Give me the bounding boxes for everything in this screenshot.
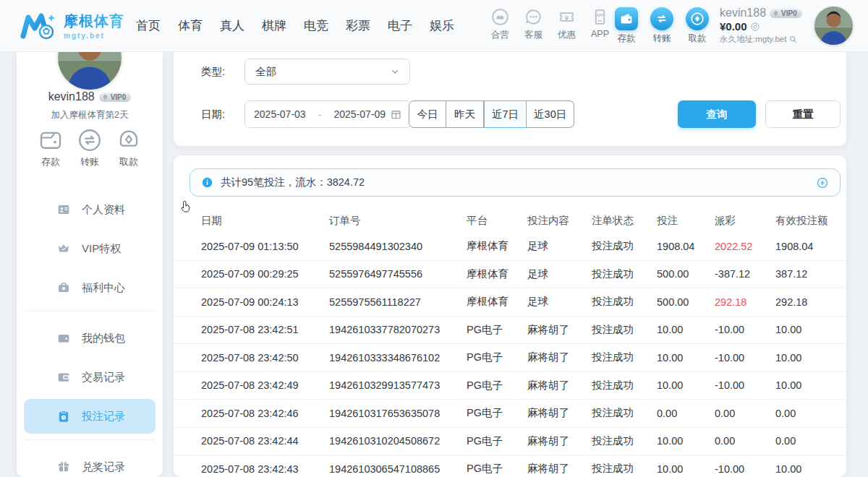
- transfer-icon: [653, 10, 671, 27]
- svg-text:¥: ¥: [565, 14, 569, 22]
- cell-platform: 摩根体育: [467, 295, 527, 309]
- cell-date: 2025-07-09 00:29:25: [201, 268, 329, 280]
- cell-valid-bet: 0.00: [775, 435, 836, 447]
- nav-item-esports[interactable]: 电竞: [304, 17, 328, 34]
- utility-partner[interactable]: 合营: [486, 7, 514, 41]
- cell-platform: PG电子: [467, 434, 527, 448]
- diamond-icon: [772, 9, 780, 17]
- sidebar-item-redeem-records[interactable]: 兑奖记录: [24, 450, 156, 477]
- sidebar-item-profile[interactable]: 个人资料: [24, 192, 156, 227]
- menu-divider: [25, 311, 154, 311]
- cell-date: 2025-07-08 23:42:46: [201, 408, 329, 419]
- date-range-input[interactable]: 2025-07-03 - 2025-07-09: [244, 100, 412, 128]
- cell-order-number: 5255984491302340: [329, 241, 467, 252]
- cell-payout: 0.00: [715, 435, 775, 447]
- type-select-value: 全部: [255, 65, 389, 79]
- brand-name: 摩根体育: [64, 12, 124, 31]
- summary-bar: 共计95笔投注，流水：3824.72: [190, 168, 841, 197]
- cell-order-number: 1942610317653635078: [329, 408, 467, 419]
- table-row[interactable]: 2025-07-09 01:13:50 5255984491302340 摩根体…: [174, 233, 846, 261]
- cell-order-number: 1942610329913577473: [329, 379, 467, 391]
- nav-item-live[interactable]: 真人: [220, 17, 244, 34]
- nav-item-slots[interactable]: 电子: [388, 17, 412, 34]
- date-from: 2025-07-03: [254, 108, 306, 120]
- range-last-30-days[interactable]: 近30日: [527, 100, 574, 128]
- sidebar-quick-actions: 存款转账取款: [34, 126, 145, 168]
- search-small-icon[interactable]: [788, 35, 798, 44]
- permanent-address: 永久地址:mgty.bet: [720, 34, 786, 45]
- table-header: 日期订单号平台投注内容注单状态投注派彩有效投注额: [174, 208, 846, 233]
- utility-support[interactable]: 客服: [519, 7, 548, 41]
- summary-text: 共计95笔投注，流水：3824.72: [221, 176, 809, 189]
- rewards-icon: [56, 460, 71, 474]
- table-row[interactable]: 2025-07-09 00:29:25 5255976497745556 摩根体…: [174, 261, 846, 289]
- brand-domain: mgty.bet: [64, 32, 124, 40]
- deposit-outline-icon: [37, 126, 64, 154]
- avatar[interactable]: [814, 7, 853, 45]
- user-block[interactable]: kevin188 VIP0 ¥0.00 永久地址:mgty.bet: [720, 7, 814, 45]
- cell-order-number: 5255976497745556: [329, 268, 467, 280]
- cell-valid-bet: 292.18: [775, 296, 836, 308]
- cell-content: 足球: [527, 267, 592, 281]
- cell-content: 麻将胡了: [527, 351, 592, 364]
- cell-platform: 摩根体育: [467, 239, 527, 253]
- cell-status: 投注成功: [592, 434, 657, 448]
- withdraw-icon: [689, 10, 706, 27]
- table-row[interactable]: 2025-07-08 23:42:44 1942610310204508672 …: [174, 428, 846, 456]
- sidebar-item-wallet[interactable]: 我的钱包: [24, 321, 156, 356]
- cell-content: 麻将胡了: [527, 323, 592, 337]
- nav-item-lottery[interactable]: 彩票: [346, 17, 370, 34]
- cell-order-number: 1942610337782070273: [329, 324, 467, 335]
- action-transfer[interactable]: 转账: [649, 7, 675, 45]
- column-header: 注单状态: [592, 214, 657, 228]
- nav-item-sports[interactable]: 体育: [178, 17, 203, 34]
- table-row[interactable]: 2025-07-08 23:42:49 1942610329913577473 …: [174, 372, 846, 400]
- brand-logo[interactable]: 摩根体育 mgty.bet: [19, 9, 124, 43]
- cell-bet: 10.00: [657, 379, 715, 391]
- table-row[interactable]: 2025-07-08 23:42:46 1942610317653635078 …: [174, 400, 846, 428]
- calendar-icon[interactable]: [390, 108, 402, 121]
- cell-valid-bet: 10.00: [775, 324, 836, 335]
- table-row[interactable]: 2025-07-08 23:42:51 1942610337782070273 …: [174, 317, 846, 345]
- action-withdraw[interactable]: 取款: [684, 7, 710, 45]
- records-panel: 共计95笔投注，流水：3824.72 日期订单号平台投注内容注单状态投注派彩有效…: [174, 155, 846, 477]
- range-last-7-days[interactable]: 近7日: [484, 100, 527, 128]
- sidebar-item-benefits[interactable]: 福利中心: [24, 270, 156, 305]
- type-select[interactable]: 全部: [244, 59, 410, 85]
- table-row[interactable]: 2025-07-08 23:42:50 1942610333348676102 …: [174, 344, 846, 372]
- nav-item-casino[interactable]: 娱乐: [430, 17, 454, 34]
- range-today[interactable]: 今日: [409, 100, 446, 128]
- bets-icon: [56, 409, 71, 424]
- quick-withdraw[interactable]: 取款: [112, 126, 145, 168]
- svg-text:APP: APP: [596, 14, 604, 17]
- utility-promo[interactable]: ¥优惠: [553, 7, 581, 41]
- cell-platform: PG电子: [467, 351, 527, 364]
- cell-date: 2025-07-09 00:24:13: [201, 296, 329, 308]
- action-deposit[interactable]: 存款: [613, 7, 639, 45]
- table-row[interactable]: 2025-07-09 00:24:13 5255975561118227 摩根体…: [174, 288, 846, 317]
- range-yesterday[interactable]: 昨天: [446, 100, 484, 128]
- cell-order-number: 5255975561118227: [329, 296, 467, 308]
- utility-app[interactable]: APPAPP: [586, 7, 614, 41]
- main-nav: 首页体育真人棋牌电竞彩票电子娱乐: [136, 17, 454, 34]
- withdraw-outline-icon: [115, 126, 142, 154]
- cell-valid-bet: 10.00: [775, 379, 836, 391]
- quick-deposit[interactable]: 存款: [34, 126, 67, 168]
- nav-item-home[interactable]: 首页: [136, 17, 161, 34]
- menu-divider: [25, 439, 154, 440]
- table-row[interactable]: 2025-07-08 23:42:43 1942610306547108865 …: [174, 455, 846, 477]
- search-button[interactable]: 查询: [678, 100, 756, 128]
- cell-platform: PG电子: [467, 462, 527, 476]
- refresh-balance-icon[interactable]: [750, 22, 760, 32]
- nav-item-cards[interactable]: 棋牌: [262, 17, 286, 34]
- cell-bet: 500.00: [657, 296, 715, 308]
- brand-mark-icon: [19, 9, 58, 43]
- expand-plus-icon[interactable]: [816, 176, 829, 189]
- sidebar-item-vip[interactable]: VIP特权: [24, 231, 156, 266]
- sidebar-item-bet-records[interactable]: 投注记录: [24, 399, 156, 434]
- sidebar-item-transactions[interactable]: 交易记录: [24, 360, 156, 395]
- quick-transfer[interactable]: 转账: [73, 126, 106, 168]
- cell-status: 投注成功: [592, 323, 657, 337]
- reset-button[interactable]: 重置: [765, 100, 841, 128]
- cell-date: 2025-07-09 01:13:50: [201, 241, 329, 252]
